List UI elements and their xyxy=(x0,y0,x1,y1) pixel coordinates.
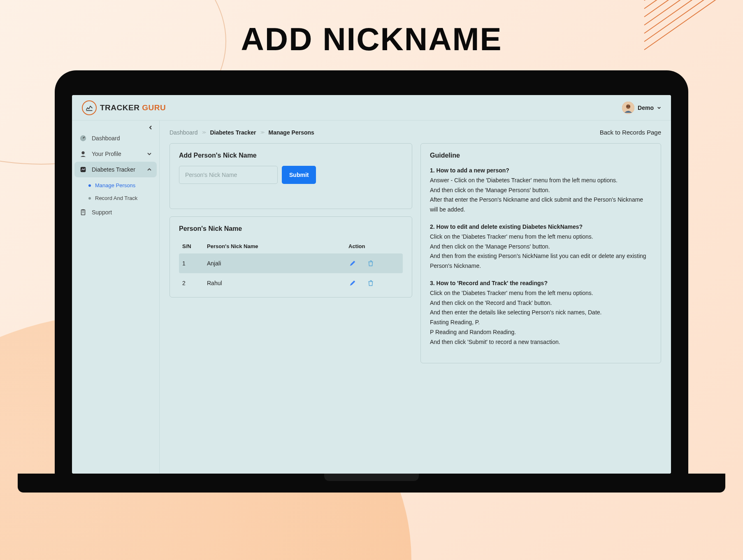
breadcrumb: Dashboard ≫ Diabetes Tracker ≫ Manage Pe… xyxy=(169,129,314,136)
col-action: Action xyxy=(345,239,403,253)
trash-icon xyxy=(367,279,374,287)
back-to-records-link[interactable]: Back to Records Page xyxy=(600,129,661,136)
cell-action xyxy=(345,273,403,293)
cell-sn: 1 xyxy=(179,253,204,273)
subnav-label: Record And Track xyxy=(95,195,137,201)
content-area: Dashboard ≫ Diabetes Tracker ≫ Manage Pe… xyxy=(160,121,671,474)
subnav-record-and-track[interactable]: Record And Track xyxy=(81,192,159,204)
chevron-up-icon xyxy=(147,167,152,172)
nickname-list-card: Person's Nick Name S/N Person's Nick Nam… xyxy=(169,216,412,297)
sidebar-item-dashboard[interactable]: Dashboard xyxy=(72,130,159,146)
edit-button[interactable] xyxy=(348,259,357,267)
logo-icon xyxy=(82,100,97,115)
app-header: TRACKER GURU Demo xyxy=(72,95,671,121)
breadcrumb-separator-icon: ≫ xyxy=(260,130,265,135)
delete-button[interactable] xyxy=(367,279,375,287)
user-icon xyxy=(79,150,87,158)
logo[interactable]: TRACKER GURU xyxy=(82,100,166,115)
sidebar-collapse-button[interactable] xyxy=(147,124,154,131)
guideline-text: After that enter the Person's Nickname a… xyxy=(430,195,652,215)
svg-rect-8 xyxy=(82,209,84,211)
guideline-text: Click on the 'Diabetes Tracker' menu fro… xyxy=(430,288,652,298)
guideline-text: And then click on the 'Manage Persons' b… xyxy=(430,242,652,252)
bullet-icon xyxy=(88,197,91,200)
sidebar-item-support[interactable]: Support xyxy=(72,204,159,220)
card-title: Person's Nick Name xyxy=(179,225,403,232)
sidebar: Dashboard Your Profile Diabetes Tracker xyxy=(72,121,160,474)
subnav-label: Manage Persons xyxy=(95,182,135,188)
page-title: ADD NICKNAME xyxy=(0,21,743,58)
guideline-text: And then click on the 'Manage Persons' b… xyxy=(430,186,652,195)
content-topbar: Dashboard ≫ Diabetes Tracker ≫ Manage Pe… xyxy=(169,129,661,136)
sidebar-item-diabetes-tracker[interactable]: Diabetes Tracker xyxy=(74,162,157,177)
guideline-text: Answer - Click on the 'Diabetes Tracker'… xyxy=(430,176,652,186)
guideline-text: And then enter the details like selectin… xyxy=(430,308,652,318)
breadcrumb-separator-icon: ≫ xyxy=(202,130,206,135)
guideline-text: And then from the existing Person's Nick… xyxy=(430,251,652,271)
crumb-manage-persons: Manage Persons xyxy=(269,129,314,136)
svg-point-1 xyxy=(626,104,631,109)
cell-name: Rahul xyxy=(204,273,345,293)
gauge-icon xyxy=(79,135,87,142)
logo-text: TRACKER GURU xyxy=(100,103,166,112)
nickname-input[interactable] xyxy=(179,166,278,184)
sidebar-subnav: Manage Persons Record And Track xyxy=(72,179,159,204)
card-title: Guideline xyxy=(430,152,652,159)
laptop-base xyxy=(18,474,725,493)
sidebar-item-label: Support xyxy=(92,209,112,216)
user-name-label: Demo xyxy=(638,105,654,111)
avatar xyxy=(622,102,634,114)
nickname-table: S/N Person's Nick Name Action 1 xyxy=(179,239,403,293)
table-row: 1 Anjali xyxy=(179,253,403,273)
sidebar-item-label: Dashboard xyxy=(92,135,120,142)
svg-point-2 xyxy=(627,106,628,107)
crumb-dashboard[interactable]: Dashboard xyxy=(169,129,198,136)
subnav-manage-persons[interactable]: Manage Persons xyxy=(81,179,159,192)
cell-action xyxy=(345,253,403,273)
guideline-text: And then click 'Submit' to record a new … xyxy=(430,337,652,347)
guideline-text: Click on the 'Diabetes Tracker' menu fro… xyxy=(430,232,652,242)
crumb-diabetes-tracker[interactable]: Diabetes Tracker xyxy=(210,129,256,136)
clipboard-icon xyxy=(79,209,87,216)
pencil-icon xyxy=(349,260,356,267)
chevron-down-icon xyxy=(657,106,661,110)
sidebar-item-profile[interactable]: Your Profile xyxy=(72,146,159,162)
chevron-left-icon xyxy=(148,125,153,130)
svg-point-3 xyxy=(629,106,629,107)
bullet-icon xyxy=(88,184,91,187)
chevron-down-icon xyxy=(147,151,152,156)
guideline-text: P Reading and Random Reading. xyxy=(430,328,652,337)
trash-icon xyxy=(367,260,374,267)
guideline-text: Fasting Reading, P. xyxy=(430,318,652,328)
cell-sn: 2 xyxy=(179,273,204,293)
guideline-text: And then click on the 'Record and Track'… xyxy=(430,298,652,308)
col-sn: S/N xyxy=(179,239,204,253)
card-title: Add Person's Nick Name xyxy=(179,152,403,159)
table-row: 2 Rahul xyxy=(179,273,403,293)
guideline-card: Guideline 1. How to add a new person? An… xyxy=(420,143,661,363)
guideline-q1: 1. How to add a new person? xyxy=(430,166,652,176)
submit-button[interactable]: Submit xyxy=(282,166,316,184)
user-menu[interactable]: Demo xyxy=(622,102,661,114)
edit-button[interactable] xyxy=(348,279,357,287)
svg-point-5 xyxy=(81,151,84,154)
pencil-icon xyxy=(349,279,356,287)
laptop-frame: TRACKER GURU Demo xyxy=(55,70,688,493)
laptop-notch xyxy=(324,474,419,481)
add-nickname-card: Add Person's Nick Name Submit xyxy=(169,143,412,209)
col-name: Person's Nick Name xyxy=(204,239,345,253)
sidebar-item-label: Your Profile xyxy=(92,151,121,157)
delete-button[interactable] xyxy=(367,259,375,267)
cell-name: Anjali xyxy=(204,253,345,273)
tracker-icon xyxy=(79,166,87,173)
sidebar-item-label: Diabetes Tracker xyxy=(92,166,135,173)
svg-rect-7 xyxy=(81,210,85,215)
guideline-q2: 2. How to edit and delete existing Diabe… xyxy=(430,222,652,232)
guideline-q3: 3. How to 'Record and Track' the reading… xyxy=(430,279,652,288)
